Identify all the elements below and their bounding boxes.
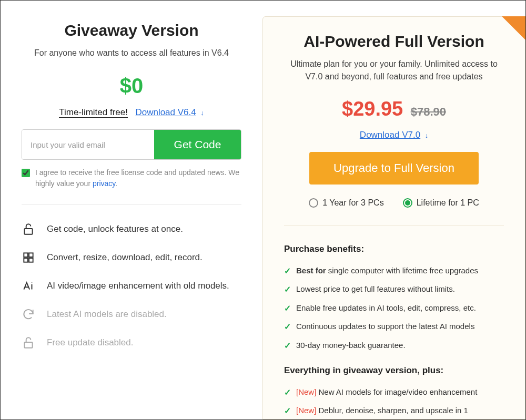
check-icon: ✓ xyxy=(284,321,291,333)
benefit-text: Continuous updates to support the latest… xyxy=(296,321,474,332)
check-icon: ✓ xyxy=(284,340,291,352)
benefit-item: ✓[New] New AI models for image/video enh… xyxy=(284,383,504,402)
email-form: Get Code xyxy=(22,129,241,160)
download-row: Download V7.0 ↓ xyxy=(284,130,504,140)
refresh-icon xyxy=(22,308,35,321)
download-v70-link[interactable]: Download V7.0 xyxy=(360,130,420,140)
check-icon: ✓ xyxy=(284,303,291,314)
benefit-text: 30-day money-back guarantee. xyxy=(296,340,406,351)
grid-icon xyxy=(22,251,35,264)
price-old: $78.90 xyxy=(411,105,446,118)
check-icon: ✓ xyxy=(284,265,291,277)
feature-item: Get code, unlock features at once. xyxy=(22,215,241,243)
svg-rect-5 xyxy=(24,342,32,348)
benefit-text: [New] Deblur, denoise, sharpen, and upsc… xyxy=(296,405,468,416)
giveaway-plan: Giveaway Version For anyone who wants to… xyxy=(1,22,262,419)
feature-text: Get code, unlock features at once. xyxy=(47,224,183,234)
feature-text: AI video/image enhancement with old mode… xyxy=(47,281,229,291)
privacy-link[interactable]: privacy xyxy=(93,179,115,188)
option-label: 1 Year for 3 PCs xyxy=(322,198,384,208)
check-icon: ✓ xyxy=(284,284,291,295)
option-1year-3pcs[interactable]: 1 Year for 3 PCs xyxy=(309,198,384,208)
unlock-icon xyxy=(22,222,35,236)
plan-subtitle: Ultimate plan for you or your family. Un… xyxy=(284,58,504,83)
ai-icon xyxy=(22,279,35,293)
svg-rect-0 xyxy=(24,229,32,234)
svg-rect-3 xyxy=(24,258,28,262)
benefit-item: ✓Lowest price to get full features witho… xyxy=(284,280,504,299)
feature-item: Free update disabled. xyxy=(22,329,241,357)
benefit-text: Best for single computer with lifetime f… xyxy=(296,265,478,276)
benefit-item: ✓Continuous updates to support the lates… xyxy=(284,317,504,336)
plan-title: AI-Powered Full Version xyxy=(284,33,504,50)
benefit-item: ✓Enable free updates in AI tools, edit, … xyxy=(284,299,504,317)
option-label: Lifetime for 1 PC xyxy=(417,198,479,208)
price-value: $29.95 xyxy=(342,98,403,120)
feature-item: Convert, resize, download, edit, record. xyxy=(22,243,241,272)
benefit-text: Enable free updates in AI tools, edit, c… xyxy=(296,302,476,313)
price: $0 xyxy=(22,74,241,98)
benefit-item: ✓30-day money-back guarantee. xyxy=(284,336,504,355)
download-arrow-icon: ↓ xyxy=(200,109,204,117)
plan-subtitle: For anyone who wants to access all featu… xyxy=(22,47,241,59)
svg-rect-4 xyxy=(29,258,33,262)
upgrade-button[interactable]: Upgrade to Full Version xyxy=(309,152,479,185)
check-icon: ✓ xyxy=(284,405,291,417)
feature-text: Latest AI models are disabled. xyxy=(47,309,167,320)
agree-checkbox[interactable] xyxy=(22,169,30,177)
unlock-icon xyxy=(22,336,35,350)
check-icon: ✓ xyxy=(284,387,291,398)
feature-text: Free update disabled. xyxy=(47,337,133,348)
agree-row: I agree to receive the free license code… xyxy=(22,167,241,204)
plan-title: Giveaway Version xyxy=(22,22,241,39)
download-arrow-icon: ↓ xyxy=(425,131,429,139)
price-value: $0 xyxy=(120,74,144,98)
plus-title: Everything in giveaway version, plus: xyxy=(284,365,504,376)
purchase-benefits: Purchase benefits: ✓Best for single comp… xyxy=(284,244,504,355)
feature-list: Get code, unlock features at once.Conver… xyxy=(22,215,241,357)
agree-text: I agree to receive the free license code… xyxy=(35,168,239,188)
feature-item: Latest AI models are disabled. xyxy=(22,300,241,329)
benefits-title: Purchase benefits: xyxy=(284,244,504,254)
get-code-button[interactable]: Get Code xyxy=(154,130,241,159)
download-row: Time-limited free! Download V6.4 ↓ xyxy=(22,107,241,118)
time-limited-label: Time-limited free! xyxy=(59,107,128,118)
plus-benefits: Everything in giveaway version, plus: ✓[… xyxy=(284,365,504,420)
radio-icon xyxy=(403,198,412,208)
benefit-item: ✓[New] Deblur, denoise, sharpen, and ups… xyxy=(284,402,504,420)
license-options: 1 Year for 3 PCs Lifetime for 1 PC xyxy=(284,198,504,226)
full-version-plan: AI-Powered Full Version Ultimate plan fo… xyxy=(262,16,525,419)
svg-rect-1 xyxy=(24,253,28,257)
feature-text: Convert, resize, download, edit, record. xyxy=(47,252,203,263)
email-input[interactable] xyxy=(22,130,154,159)
benefit-text: [New] New AI models for image/video enha… xyxy=(296,386,477,397)
radio-icon xyxy=(309,198,318,208)
download-v64-link[interactable]: Download V6.4 xyxy=(135,107,196,117)
price: $29.95 $78.90 xyxy=(284,98,504,120)
feature-item: AI video/image enhancement with old mode… xyxy=(22,272,241,300)
benefit-item: ✓Best for single computer with lifetime … xyxy=(284,262,504,280)
corner-ribbon-icon xyxy=(502,16,525,40)
svg-rect-2 xyxy=(29,253,33,257)
option-lifetime-1pc[interactable]: Lifetime for 1 PC xyxy=(403,198,479,208)
benefit-text: Lowest price to get full features withou… xyxy=(296,283,455,294)
